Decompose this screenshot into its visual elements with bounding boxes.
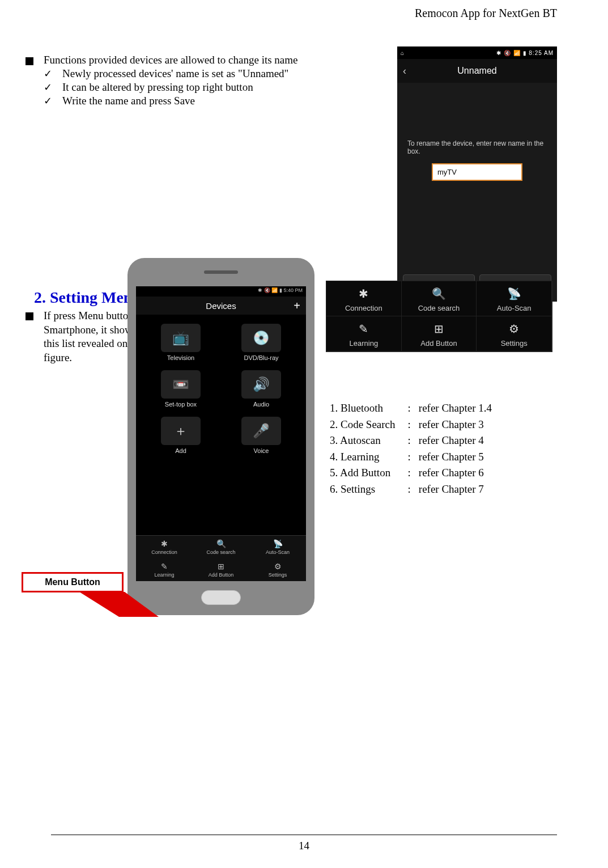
ref-name: 5. Add Button bbox=[330, 465, 400, 481]
status-right: ✱ 🔇 📶 ▮ 8:25 AM bbox=[496, 50, 554, 56]
menu-addbutton[interactable]: ⊞Add Button bbox=[193, 558, 249, 581]
device-audio[interactable]: 🔊Audio bbox=[221, 366, 301, 412]
ref-row: 4. Learning:refer Chapter 5 bbox=[330, 450, 496, 465]
menu-learning[interactable]: ✎Learning bbox=[136, 558, 193, 581]
panel-addbutton[interactable]: ⊞Add Button bbox=[402, 316, 477, 352]
device-label: DVD/Blu-ray bbox=[244, 354, 278, 361]
back-arrow-icon[interactable]: ‹ bbox=[403, 65, 406, 77]
colon: : bbox=[401, 482, 418, 497]
addbutton-icon: ⊞ bbox=[218, 562, 224, 571]
edit-icon: ✎ bbox=[359, 322, 368, 336]
rename-input[interactable]: myTV bbox=[432, 163, 522, 181]
add-icon: ＋ bbox=[161, 417, 201, 445]
menu-label: Auto-Scan bbox=[266, 549, 290, 555]
device-voice[interactable]: 🎤Voice bbox=[221, 412, 301, 459]
ref-name: 2. Code Search bbox=[330, 417, 400, 433]
square-bullet-icon bbox=[25, 57, 33, 65]
panel-label: Connection bbox=[345, 304, 382, 312]
check-icon: ✓ bbox=[44, 95, 52, 107]
footer-rule bbox=[51, 835, 557, 835]
page-header: Remocon App for NextGen BT bbox=[415, 7, 557, 20]
ref-chapter: refer Chapter 4 bbox=[419, 433, 496, 448]
panel-label: Learning bbox=[350, 339, 379, 348]
search-icon: 🔍 bbox=[216, 539, 226, 548]
menu-codesearch[interactable]: 🔍Code search bbox=[193, 536, 249, 558]
ref-chapter: refer Chapter 5 bbox=[419, 450, 496, 465]
add-device-icon[interactable]: + bbox=[294, 299, 300, 312]
menu-label: Add Button bbox=[209, 572, 234, 578]
device-label: Add bbox=[175, 447, 186, 454]
panel-connection[interactable]: ✱Connection bbox=[326, 281, 402, 316]
status-bar: ✱ 🔇 📶 ▮ 5:40 PM bbox=[136, 286, 306, 297]
colon: : bbox=[401, 433, 418, 448]
settopbox-icon: 📼 bbox=[161, 370, 201, 399]
panel-learning[interactable]: ✎Learning bbox=[326, 316, 402, 352]
sub-bullet-text: Newly processed devices' name is set as … bbox=[62, 67, 288, 80]
ref-row: 5. Add Button:refer Chapter 6 bbox=[330, 465, 496, 481]
colon: : bbox=[401, 450, 418, 465]
menu-label: Connection bbox=[151, 549, 177, 555]
devices-screen: ✱ 🔇 📶 ▮ 5:40 PM Devices + 📺Television 💿D… bbox=[136, 286, 306, 581]
reference-table: 1. Bluetooth:refer Chapter 1.4 2. Code S… bbox=[329, 400, 498, 498]
svg-marker-0 bbox=[79, 592, 159, 617]
home-button[interactable] bbox=[201, 590, 241, 605]
panel-settings[interactable]: ⚙Settings bbox=[477, 316, 552, 352]
voice-icon: 🎤 bbox=[241, 417, 281, 445]
bluetooth-icon: ✱ bbox=[359, 287, 368, 300]
search-icon: 🔍 bbox=[432, 287, 446, 300]
title-bar: ‹ Unnamed bbox=[397, 59, 557, 83]
ref-row: 3. Autoscan:refer Chapter 4 bbox=[330, 433, 496, 448]
ref-name: 1. Bluetooth bbox=[330, 401, 400, 416]
status-home-icon: ⌂ bbox=[401, 50, 404, 56]
menu-label: Settings bbox=[269, 572, 287, 578]
ref-chapter: refer Chapter 7 bbox=[419, 482, 496, 497]
page-number: 14 bbox=[299, 840, 309, 852]
devices-phone-frame: ✱ 🔇 📶 ▮ 5:40 PM Devices + 📺Television 💿D… bbox=[127, 258, 314, 615]
audio-icon: 🔊 bbox=[241, 370, 281, 399]
title-bar: Devices + bbox=[136, 297, 306, 315]
antenna-icon: 📡 bbox=[273, 539, 283, 548]
panel-label: Settings bbox=[501, 339, 528, 348]
ref-chapter: refer Chapter 1.4 bbox=[419, 401, 496, 416]
ref-name: 3. Autoscan bbox=[330, 433, 400, 448]
menu-settings[interactable]: ⚙Settings bbox=[249, 558, 306, 581]
sub-bullet-text: Write the name and press Save bbox=[62, 95, 195, 107]
antenna-icon: 📡 bbox=[507, 287, 521, 300]
menu-connection[interactable]: ✱Connection bbox=[136, 536, 193, 558]
device-television[interactable]: 📺Television bbox=[141, 319, 221, 366]
device-label: Voice bbox=[254, 447, 269, 454]
menu-panel: ✱Connection 🔍Code search 📡Auto-Scan ✎Lea… bbox=[326, 281, 552, 352]
dvd-icon: 💿 bbox=[241, 324, 281, 352]
status-bar: ⌂ ✱ 🔇 📶 ▮ 8:25 AM bbox=[397, 46, 557, 59]
television-icon: 📺 bbox=[161, 324, 201, 352]
rename-phone-screenshot: ⌂ ✱ 🔇 📶 ▮ 8:25 AM ‹ Unnamed To rename th… bbox=[397, 46, 557, 302]
panel-label: Auto-Scan bbox=[497, 304, 532, 312]
bottom-menu-row: ✱Connection 🔍Code search 📡Auto-Scan ✎Lea… bbox=[136, 535, 306, 581]
ref-row: 2. Code Search:refer Chapter 3 bbox=[330, 417, 496, 433]
square-bullet-icon bbox=[25, 312, 33, 320]
edit-icon: ✎ bbox=[161, 562, 168, 571]
panel-codesearch[interactable]: 🔍Code search bbox=[402, 281, 477, 316]
menu-label: Code search bbox=[206, 549, 235, 555]
device-settopbox[interactable]: 📼Set-top box bbox=[141, 366, 221, 412]
bluetooth-icon: ✱ bbox=[161, 539, 168, 548]
ref-chapter: refer Chapter 3 bbox=[419, 417, 496, 433]
ref-name: 4. Learning bbox=[330, 450, 400, 465]
check-icon: ✓ bbox=[44, 67, 52, 80]
menu-autoscan[interactable]: 📡Auto-Scan bbox=[249, 536, 306, 558]
panel-autoscan[interactable]: 📡Auto-Scan bbox=[477, 281, 552, 316]
device-add[interactable]: ＋Add bbox=[141, 412, 221, 459]
ref-row: 1. Bluetooth:refer Chapter 1.4 bbox=[330, 401, 496, 416]
ref-chapter: refer Chapter 6 bbox=[419, 465, 496, 481]
panel-label: Code search bbox=[418, 304, 460, 312]
gear-icon: ⚙ bbox=[509, 322, 519, 336]
devices-title: Devices bbox=[206, 301, 236, 311]
menu-label: Learning bbox=[154, 572, 174, 578]
panel-label: Add Button bbox=[420, 339, 457, 348]
device-grid: 📺Television 💿DVD/Blu-ray 📼Set-top box 🔊A… bbox=[136, 315, 306, 463]
sub-bullet-text: It can be altered by pressing top right … bbox=[62, 81, 253, 94]
device-dvd[interactable]: 💿DVD/Blu-ray bbox=[221, 319, 301, 366]
callout-arrow bbox=[79, 592, 159, 617]
gear-icon: ⚙ bbox=[274, 562, 282, 571]
rename-instruction: To rename the device, enter new name in … bbox=[407, 139, 547, 155]
